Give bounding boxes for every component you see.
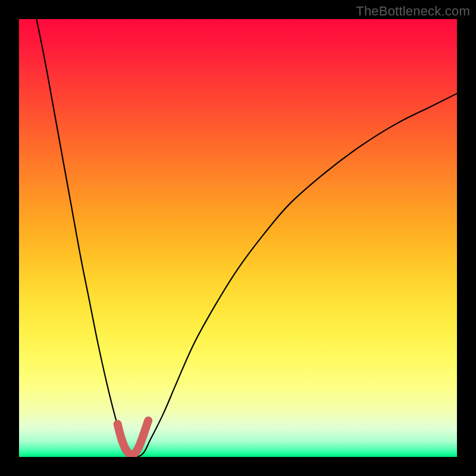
plot-area xyxy=(19,19,457,457)
curve-layer xyxy=(19,19,457,457)
chart-frame: TheBottleneck.com xyxy=(0,0,476,476)
watermark-text: TheBottleneck.com xyxy=(356,4,470,19)
trough-highlight xyxy=(118,421,149,455)
bottleneck-curve xyxy=(36,19,457,457)
